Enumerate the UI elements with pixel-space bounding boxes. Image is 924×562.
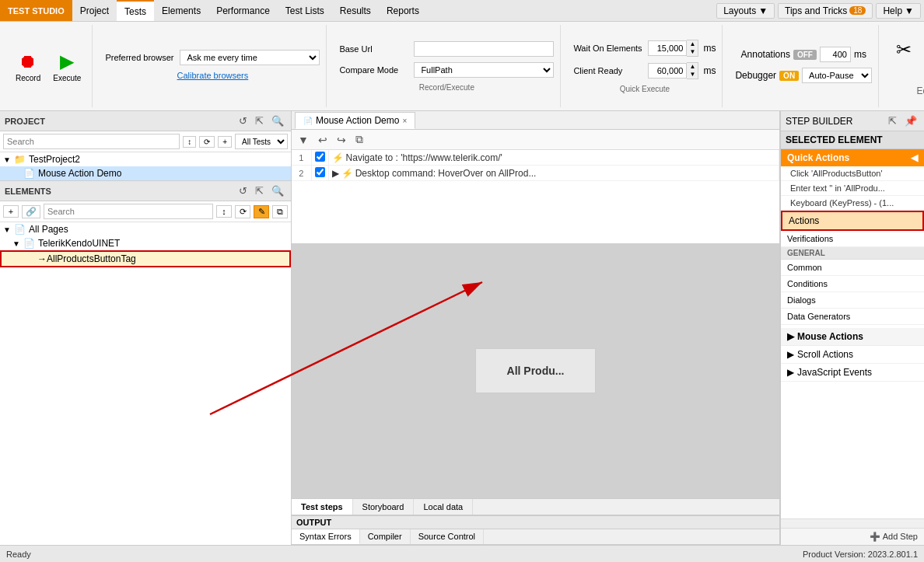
step-row-2[interactable]: 2 ▶ ⚡ Desktop command: HoverOver on AllP… [292,166,779,181]
tab-close-btn[interactable]: × [402,117,407,125]
output-tab-syntax[interactable]: Syntax Errors [292,529,360,544]
nav-results[interactable]: Results [332,0,379,21]
output-tab-sourcecontrol[interactable]: Source Control [411,529,484,544]
elements-refresh2-btn[interactable]: ⟳ [235,205,250,218]
preview-content: All Produ... [475,348,597,393]
project-add-btn[interactable]: + [218,136,232,148]
help-button[interactable]: Help ▼ [876,3,921,19]
calibrate-browsers-link[interactable]: Calibrate browsers [177,71,249,80]
quick-action-2[interactable]: Keyboard (KeyPress) - (1... [781,196,924,211]
project-filter-select[interactable]: All Tests [235,134,288,149]
output-tabs: Syntax Errors Compiler Source Control [292,529,779,545]
wait-on-elements-input[interactable] [648,40,687,56]
add-step-button[interactable]: ➕ Add Step [781,528,924,545]
tab-label-mouseaction: Mouse Action Demo [316,115,399,126]
elements-link-btn[interactable]: 🔗 [22,205,40,218]
tree-item-testproject[interactable]: ▼ 📁 TestProject2 [0,152,291,166]
mouse-actions-label: Mouse Actions [797,331,863,342]
annotations-value-input[interactable] [820,47,851,62]
execute-label: Execute [53,74,81,82]
base-url-input[interactable] [414,41,554,57]
step-builder-expand-btn[interactable]: ⇱ [886,114,899,127]
elements-header: ELEMENTS ↺ ⇱ 🔍 [0,180,291,201]
client-up-btn[interactable]: ▲ [687,63,698,71]
wait-group: Wait On Elements ▲▼ ms Client Ready ▲▼ m… [567,25,723,107]
nav-reports[interactable]: Reports [379,0,427,21]
project-sort-btn[interactable]: ↕ [183,136,196,148]
quick-action-0[interactable]: Click 'AllProductsButton' [781,166,924,181]
record-button[interactable]: ⏺ Record [11,47,45,86]
project-tree: ▼ 📁 TestProject2 📄 Mouse Action Demo [0,152,291,180]
quick-actions-header[interactable]: Quick Actions ◀ [781,149,924,166]
base-url-group: Base Url Compare Mode FullPath Record/Ex… [333,25,561,107]
quick-actions-label: Quick Actions [787,152,849,163]
elements-search-input[interactable] [44,204,213,219]
elements-sort-btn[interactable]: ↕ [216,205,232,218]
step-builder-pin-btn[interactable]: 📌 [902,114,919,127]
step-redo-btn[interactable]: ↪ [334,132,349,148]
project-refresh-btn[interactable]: ↺ [236,114,250,127]
tab-mouseaction[interactable]: 📄 Mouse Action Demo × [295,112,415,129]
category-datagenerators[interactable]: Data Generators [781,309,924,325]
project-search-btn[interactable]: 🔍 [269,114,286,127]
client-ready-input[interactable] [648,63,687,79]
tips-button[interactable]: Tips and Tricks 18 [778,3,873,19]
layouts-button[interactable]: Layouts ▼ [716,3,775,19]
nav-elements[interactable]: Elements [154,0,208,21]
quick-action-1[interactable]: Enter text '' in 'AllProdu... [781,181,924,196]
elements-add-btn[interactable]: + [3,205,19,218]
category-actions[interactable]: Actions [781,211,924,231]
scroll-actions-section[interactable]: ▶ Scroll Actions [781,346,924,364]
browser-select[interactable]: Ask me every time [180,50,320,65]
step-toggle-btn[interactable]: ▼ [295,132,312,148]
elements-label-telerik: TelerikKendoUINET [38,238,120,249]
elements-tree-allproducts[interactable]: → AllProductsButtonTag [0,250,291,267]
step-check-1[interactable] [311,150,328,166]
elements-refresh-btn[interactable]: ↺ [236,184,250,197]
mouse-actions-section[interactable]: ▶ Mouse Actions [781,328,924,346]
step-check-2[interactable] [311,166,328,181]
project-expand-btn[interactable]: ⇱ [253,114,266,127]
elements-tree-allpages[interactable]: ▼ 📄 All Pages [0,222,291,236]
elements-tree-telerik[interactable]: ▼ 📄 TelerikKendoUINET [0,236,291,250]
expand-btn-2[interactable]: ▶ [332,168,339,179]
execute-button[interactable]: ▶ Execute [48,47,86,86]
elements-expand-btn[interactable]: ⇱ [253,184,266,197]
app-title: TEST STUDIO [0,0,72,21]
category-common[interactable]: Common [781,260,924,276]
steps-table: 1 ⚡ Navigate to : 'https://www.telerik.c… [292,150,779,243]
nav-project[interactable]: Project [72,0,117,21]
project-refresh2-btn[interactable]: ⟳ [199,136,215,148]
category-dialogs[interactable]: Dialogs [781,292,924,309]
tree-item-mouseaction[interactable]: 📄 Mouse Action Demo [0,166,291,180]
bottom-tabs: Test steps Storyboard Local data [292,498,779,515]
output-tab-compiler[interactable]: Compiler [360,529,411,544]
nav-tests[interactable]: Tests [117,0,154,21]
record-label: Record [16,74,40,82]
client-down-btn[interactable]: ▼ [687,71,698,79]
js-events-section[interactable]: ▶ JavaScript Events [781,364,924,382]
project-search-input[interactable] [3,134,180,149]
nav-testlists[interactable]: Test Lists [278,0,332,21]
wait-up-btn[interactable]: ▲ [687,40,698,48]
step-copy-btn[interactable]: ⧉ [352,131,366,148]
bottom-tab-localdata[interactable]: Local data [414,499,473,515]
elements-copy-btn[interactable]: ⧉ [272,205,288,218]
elements-edit-btn[interactable]: ✎ [254,205,269,218]
elements-search-btn[interactable]: 🔍 [269,184,286,197]
category-conditions[interactable]: Conditions [781,276,924,292]
step-undo-btn[interactable]: ↩ [315,132,331,148]
scissors-button[interactable]: ✂ [891,36,916,82]
bottom-tab-teststeps[interactable]: Test steps [292,499,353,515]
annotations-badge[interactable]: OFF [793,50,817,60]
step-row-1[interactable]: 1 ⚡ Navigate to : 'https://www.telerik.c… [292,150,779,166]
auto-pause-select[interactable]: Auto-Pause [802,68,872,83]
compare-mode-select[interactable]: FullPath [414,62,554,78]
bottom-tab-storyboard[interactable]: Storyboard [353,499,415,515]
annotations-label: Annotations [741,49,790,60]
nav-performance[interactable]: Performance [208,0,278,21]
debugger-badge[interactable]: ON [779,71,799,81]
status-left: Ready [6,550,31,559]
category-verifications[interactable]: Verifications [781,231,924,247]
wait-down-btn[interactable]: ▼ [687,48,698,56]
